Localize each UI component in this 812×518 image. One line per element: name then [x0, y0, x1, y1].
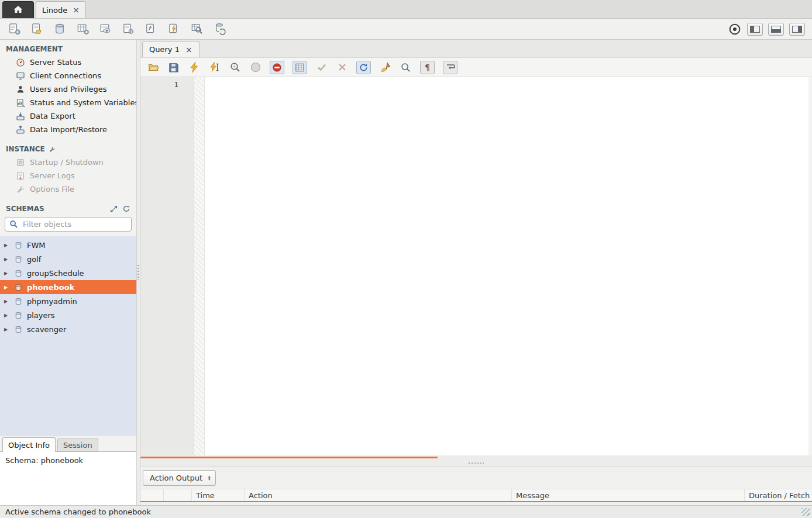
sidebar-item-startup-shutdown[interactable]: Startup / Shutdown: [0, 156, 136, 169]
sidebar-item-server-status[interactable]: Server Status: [0, 56, 136, 69]
output-splitter[interactable]: [140, 460, 812, 466]
toggle-secondary-sidebar-icon[interactable]: [789, 23, 805, 36]
tab-query-1[interactable]: Query 1 ×: [142, 41, 199, 57]
expand-schemas-panel-icon[interactable]: [110, 205, 118, 213]
commit-icon[interactable]: [315, 61, 328, 74]
object-info-panel: Schema: phonebook: [0, 451, 136, 505]
sidebar-bottom-tabs: Object Info Session: [0, 436, 136, 451]
output-type-select[interactable]: Action Output ▴ ▾: [143, 470, 216, 486]
expander-icon[interactable]: ▶: [4, 327, 10, 332]
schema-icon: [14, 269, 23, 278]
expander-icon[interactable]: ▶: [4, 271, 10, 276]
create-trigger-icon[interactable]: [167, 22, 181, 36]
schema-filter: [5, 217, 132, 232]
output-col-action: Action: [245, 489, 512, 501]
schema-row-golf[interactable]: ▶ golf: [0, 252, 136, 266]
server-status-icon: [16, 58, 25, 67]
toggle-stop-on-error-icon[interactable]: [270, 61, 284, 74]
sidebar-item-status-system-variables[interactable]: Status and System Variables: [0, 96, 136, 109]
schema-row-phpmyadmin[interactable]: ▶ phpmyadmin: [0, 294, 136, 308]
beautify-sql-icon[interactable]: [379, 61, 391, 74]
expander-icon[interactable]: ▶: [4, 299, 10, 304]
close-connection-tab-icon[interactable]: ×: [73, 6, 80, 14]
toggle-autocommit-icon[interactable]: [356, 61, 371, 74]
execute-statement-icon[interactable]: [188, 61, 200, 74]
server-logs-icon: [16, 171, 25, 181]
connection-health-icon[interactable]: [728, 22, 742, 36]
combo-spinner-icon: ▴ ▾: [208, 475, 211, 481]
tab-object-info[interactable]: Object Info: [2, 437, 56, 452]
expander-icon[interactable]: ▶: [4, 313, 10, 318]
main-toolbar: [0, 19, 812, 40]
object-info-text: Schema: phonebook: [5, 456, 83, 465]
data-import-icon: [16, 125, 25, 134]
close-query-tab-icon[interactable]: ×: [185, 46, 192, 54]
editor-vertical-scrollbar[interactable]: [808, 77, 812, 455]
sidebar-item-options-file[interactable]: Options File: [0, 182, 136, 196]
stop-execution-icon[interactable]: [249, 61, 262, 74]
status-message: Active schema changed to phonebook: [5, 507, 151, 516]
create-view-icon[interactable]: [98, 22, 112, 36]
sql-code-input[interactable]: [205, 77, 808, 455]
schema-tree[interactable]: ▶ FWM ▶ golf ▶ groupSchedule ▶ phonebook…: [0, 236, 136, 436]
data-export-icon: [16, 112, 25, 121]
refresh-schemas-icon[interactable]: [122, 205, 130, 213]
toggle-results-grid-icon[interactable]: [293, 61, 307, 74]
connection-tab-linode[interactable]: Linode ×: [36, 1, 86, 18]
toggle-invisible-characters-icon[interactable]: ¶: [420, 61, 435, 74]
toggle-sidebar-icon[interactable]: [747, 23, 763, 36]
fold-margin: [194, 77, 205, 455]
create-table-icon[interactable]: [75, 22, 90, 36]
save-script-icon[interactable]: [167, 61, 180, 74]
sidebar-splitter[interactable]: [136, 40, 140, 505]
create-function-icon[interactable]: [144, 22, 158, 36]
rollback-icon[interactable]: [336, 61, 348, 74]
action-output-header-row: Time Action Message Duration / Fetch: [140, 489, 812, 502]
window-resize-grip[interactable]: [801, 508, 810, 516]
schema-row-phonebook[interactable]: ▶ phonebook: [0, 280, 136, 294]
execute-current-statement-icon[interactable]: [208, 61, 221, 74]
tab-session[interactable]: Session: [57, 438, 98, 451]
create-schema-icon[interactable]: [53, 22, 67, 36]
sql-editor-area: Query 1 ×: [140, 40, 812, 505]
home-icon: [13, 5, 23, 16]
explain-plan-icon[interactable]: [229, 61, 241, 74]
toggle-word-wrap-icon[interactable]: [443, 61, 457, 74]
expander-icon[interactable]: ▶: [4, 257, 10, 262]
schemas-section-title: SCHEMAS: [0, 196, 136, 215]
schema-icon: [14, 311, 23, 320]
output-col-status: [140, 489, 164, 501]
sidebar-item-server-logs[interactable]: Server Logs: [0, 169, 136, 182]
output-col-time: Time: [192, 489, 245, 501]
search-table-data-icon[interactable]: [190, 22, 204, 36]
open-sql-file-icon[interactable]: [147, 61, 159, 74]
sidebar-item-data-export[interactable]: Data Export: [0, 109, 136, 123]
mysql-workbench-window: Linode ×: [0, 0, 812, 518]
editor-hscroll-track: [140, 455, 812, 460]
reconnect-dbms-icon[interactable]: [212, 22, 226, 36]
startup-shutdown-icon: [16, 158, 25, 167]
output-col-message: Message: [512, 489, 745, 501]
expander-icon[interactable]: ▶: [4, 243, 10, 248]
schema-filter-input[interactable]: [22, 219, 127, 229]
client-connections-icon: [16, 71, 25, 81]
line-number: 1: [174, 80, 178, 89]
find-icon[interactable]: [400, 61, 412, 74]
schema-icon: [14, 325, 23, 334]
schema-row-groupschedule[interactable]: ▶ groupSchedule: [0, 266, 136, 280]
schema-row-players[interactable]: ▶ players: [0, 308, 136, 322]
sidebar-item-users-privileges[interactable]: Users and Privileges: [0, 82, 136, 96]
schema-row-scavenger[interactable]: ▶ scavenger: [0, 322, 136, 336]
status-variables-icon: [16, 98, 25, 108]
open-sql-script-icon[interactable]: [30, 22, 44, 36]
toggle-output-area-icon[interactable]: [768, 23, 784, 36]
expander-icon[interactable]: ▶: [4, 285, 10, 290]
output-col-duration: Duration / Fetch: [745, 489, 812, 501]
schema-row-fwm[interactable]: ▶ FWM: [0, 238, 136, 252]
new-query-tab-icon[interactable]: [7, 22, 21, 36]
home-tab[interactable]: [2, 1, 34, 18]
create-procedure-icon[interactable]: [121, 22, 135, 36]
sidebar-item-client-connections[interactable]: Client Connections: [0, 69, 136, 82]
sidebar-item-data-import-restore[interactable]: Data Import/Restore: [0, 123, 136, 136]
editor-horizontal-scrollbar[interactable]: [140, 457, 438, 458]
